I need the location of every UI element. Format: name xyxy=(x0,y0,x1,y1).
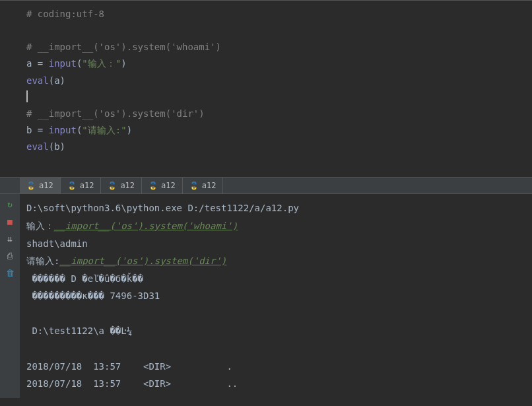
code-editor[interactable]: # coding:utf-8# __import__('os').system(… xyxy=(0,0,532,177)
console-line: 2018/07/18 13:57 <DIR> .. xyxy=(26,375,527,393)
caret-line[interactable] xyxy=(26,89,532,106)
stop-icon[interactable]: ■ xyxy=(4,215,16,227)
console-line: 2018/07/18 13:57 <DIR> . xyxy=(26,358,527,376)
run-tab[interactable]: a12 xyxy=(101,178,142,193)
console-toolbar: ↻■⇊⎙🗑 xyxy=(0,194,20,398)
operator: = xyxy=(32,125,48,135)
output-text: ���������к��� 7496-3D31 xyxy=(26,290,160,301)
tab-label: a12 xyxy=(39,181,53,190)
argument: b xyxy=(54,141,59,152)
function-name: eval xyxy=(26,141,49,152)
argument: a xyxy=(54,75,59,86)
editor-line[interactable]: # __import__('os').system('dir') xyxy=(26,106,532,122)
editor-line[interactable] xyxy=(26,22,532,39)
operator: = xyxy=(32,58,48,69)
function-name: input xyxy=(49,125,77,135)
console-line: shadt\admin xyxy=(26,235,527,253)
paren-close: ) xyxy=(60,75,65,86)
python-icon xyxy=(26,181,36,190)
user-input: __import__('os').system('whoami') xyxy=(54,220,238,231)
comment-text: # __import__('os').system('whoami') xyxy=(26,42,221,52)
editor-line[interactable]: eval(a) xyxy=(26,73,532,89)
function-name: input xyxy=(49,58,77,69)
tab-label: a12 xyxy=(161,181,176,190)
python-icon xyxy=(67,181,77,190)
paren-open: ( xyxy=(49,141,54,152)
editor-line[interactable]: a = input("输入：") xyxy=(26,55,532,72)
console-line xyxy=(26,340,527,358)
output-text: ������ D �еľ�û�б�ǩ�� xyxy=(26,273,143,284)
tab-label: a12 xyxy=(120,181,135,190)
comment-text: # coding:utf-8 xyxy=(26,9,104,19)
paren-open: ( xyxy=(49,75,54,86)
tab-label: a12 xyxy=(80,181,94,190)
output-text: D:\test1122\a ��Ŀ¼ xyxy=(26,325,132,336)
tab-label: a12 xyxy=(202,181,216,190)
run-tab[interactable]: a12 xyxy=(61,178,102,193)
paren-close: ) xyxy=(121,58,126,69)
console-line: 输入：__import__('os').system('whoami') xyxy=(26,217,527,235)
string-literal: "输入：" xyxy=(82,58,121,69)
console-line: ������ D �еľ�û�б�ǩ�� xyxy=(26,270,527,288)
python-icon xyxy=(189,181,199,190)
python-icon xyxy=(149,181,158,190)
run-tabs: a12a12a12a12a12 xyxy=(0,177,532,194)
console-line: ���������к��� 7496-3D31 xyxy=(26,287,527,305)
output-text: shadt\admin xyxy=(26,238,88,249)
console-line: D:\test1122\a ��Ŀ¼ xyxy=(26,322,527,340)
console-line xyxy=(26,305,527,323)
string-literal: "请输入:" xyxy=(82,125,126,135)
run-tab[interactable]: a12 xyxy=(20,178,61,193)
console-output[interactable]: D:\soft\python3.6\python.exe D:/test1122… xyxy=(20,194,532,398)
user-input: __import__('os').system('dir') xyxy=(59,255,226,266)
prompt-label: 请输入: xyxy=(26,255,59,266)
function-name: eval xyxy=(26,75,49,86)
console-area: ↻■⇊⎙🗑 D:\soft\python3.6\python.exe D:/te… xyxy=(0,194,532,398)
trash-icon[interactable]: 🗑 xyxy=(4,267,16,279)
down-icon[interactable]: ⇊ xyxy=(4,232,16,244)
paren-close: ) xyxy=(127,125,132,135)
output-text: D:\soft\python3.6\python.exe D:/test1122… xyxy=(26,203,299,213)
rerun-icon[interactable]: ↻ xyxy=(4,198,16,210)
output-text: 2018/07/18 13:57 <DIR> . xyxy=(26,361,232,372)
editor-line[interactable]: eval(b) xyxy=(26,139,532,155)
run-tab[interactable]: a12 xyxy=(142,178,183,193)
editor-line[interactable]: b = input("请输入:") xyxy=(26,122,532,139)
run-tab[interactable]: a12 xyxy=(183,178,224,193)
console-line: D:\soft\python3.6\python.exe D:/test1122… xyxy=(26,199,527,217)
console-line: 请输入:__import__('os').system('dir') xyxy=(26,252,527,270)
comment-text: # __import__('os').system('dir') xyxy=(26,108,205,119)
editor-line[interactable] xyxy=(26,155,532,172)
prompt-label: 输入： xyxy=(26,220,54,231)
editor-line[interactable]: # __import__('os').system('whoami') xyxy=(26,39,532,55)
editor-line[interactable]: # coding:utf-8 xyxy=(26,6,532,22)
print-icon[interactable]: ⎙ xyxy=(4,250,16,261)
python-icon xyxy=(108,181,117,190)
output-text: 2018/07/18 13:57 <DIR> .. xyxy=(26,378,238,389)
paren-close: ) xyxy=(60,141,65,152)
